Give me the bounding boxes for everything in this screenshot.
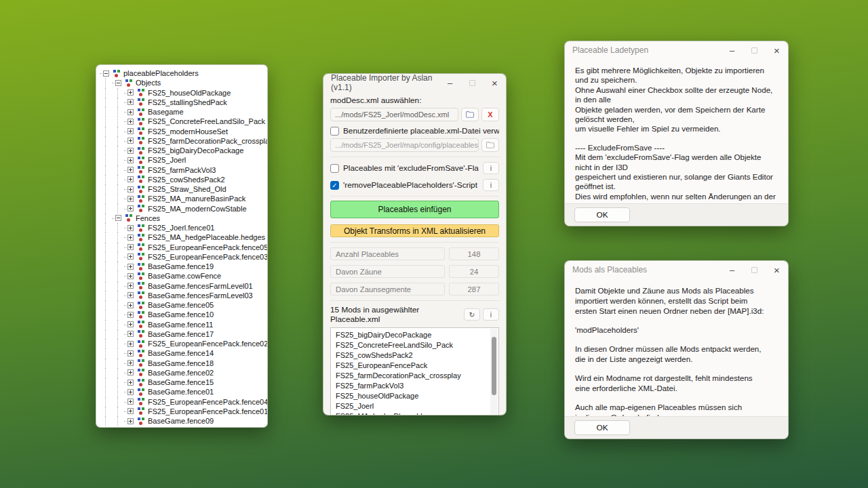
tree-node[interactable]: FS25_farmPackVol3 (100, 165, 264, 175)
expander-icon[interactable] (127, 157, 134, 163)
close-button[interactable]: × (766, 261, 788, 279)
tree-node[interactable]: BaseGame.cowFence (100, 271, 264, 281)
tree-node[interactable]: BaseGame.fence01 (100, 387, 264, 396)
tree-node[interactable]: BaseGame.fence09 (100, 416, 264, 426)
expander-icon[interactable] (127, 99, 134, 105)
expander-icon[interactable] (127, 148, 134, 154)
mod-list-item[interactable]: FS25_houseOldPackage (336, 391, 489, 401)
tree-node[interactable]: BaseGame.fencesFarmLevel01 (100, 281, 264, 291)
close-button[interactable]: × (766, 41, 788, 59)
expander-icon[interactable] (127, 321, 134, 327)
mods-listbox[interactable]: FS25_bigDairyDecoPackageFS25_ConcreteFre… (330, 327, 499, 415)
custom-xml-checkbox[interactable]: ✓ (330, 127, 339, 136)
info-exclude-button[interactable]: i (483, 162, 499, 174)
mod-list-item[interactable]: FS25_ConcreteFreeLandSilo_Pack (336, 340, 489, 350)
remove-placeholders-checkbox[interactable]: ✓ (330, 181, 339, 190)
tree-node[interactable]: FS25_houseOldPackage (100, 88, 264, 98)
expander-icon[interactable] (127, 399, 134, 405)
mod-list-item[interactable]: FS25_farmDecorationPack_crossplay (336, 371, 489, 381)
expander-icon[interactable] (127, 196, 134, 202)
minimize-button[interactable]: – (439, 74, 461, 92)
expander-icon[interactable] (127, 418, 134, 424)
tree-node[interactable]: BaseGame.fence14 (100, 348, 264, 358)
browse-custom-xml-button[interactable] (481, 138, 499, 152)
title-bar[interactable]: Placeable Ladetypen – × (565, 41, 788, 59)
tree-node[interactable]: FS25_Joerl.fence01 (100, 223, 264, 232)
tree-node[interactable]: FS25_stallingShedPack (100, 98, 264, 107)
expander-icon[interactable] (103, 70, 109, 77)
tree-node[interactable]: FS25_cowShedsPack2 (100, 175, 264, 184)
tree-node[interactable]: BaseGame.fence02 (100, 368, 264, 378)
expander-icon[interactable] (127, 205, 134, 211)
minimize-button[interactable]: – (721, 41, 743, 59)
expander-icon[interactable] (127, 341, 134, 347)
tree-node[interactable]: BaseGame.fence11 (100, 320, 264, 329)
mod-list-item[interactable]: FS25_MA_hedgePlaceable (336, 411, 489, 415)
mod-list-item[interactable]: FS25_farmPackVol3 (336, 381, 489, 391)
expander-icon[interactable] (127, 225, 134, 231)
expander-icon[interactable] (115, 80, 121, 86)
tree-node[interactable]: placeablePlaceholders (100, 68, 264, 78)
expander-icon[interactable] (127, 369, 134, 375)
tree-node[interactable]: FS25_EuropeanFencePack.fence02 (100, 339, 264, 348)
expander-icon[interactable] (127, 389, 134, 395)
tree-node[interactable]: Basegame (100, 107, 264, 117)
tree-node[interactable]: FS25_EuropeanFencePack.fence03 (100, 252, 264, 262)
exclude-from-save-checkbox[interactable]: ✓ (330, 164, 339, 173)
tree-node[interactable]: FS25_MA_manureBasinPack (100, 194, 264, 203)
ok-button[interactable]: OK (574, 420, 630, 435)
tree-node[interactable]: FS25_EuropeanFencePack.fence01 (100, 407, 264, 416)
expander-icon[interactable] (127, 273, 134, 279)
tree-node[interactable]: FS25_Straw_Shed_Old (100, 184, 264, 194)
expander-icon[interactable] (127, 302, 134, 308)
expander-icon[interactable] (127, 292, 134, 298)
expander-icon[interactable] (127, 408, 134, 414)
scrollbar[interactable] (490, 329, 498, 415)
tree-node[interactable]: FS25_farmDecorationPack_crossplay (100, 136, 264, 146)
maximize-button[interactable] (743, 41, 766, 59)
tree-node[interactable]: FS25_EuropeanFencePack.fence04 (100, 397, 264, 407)
mod-list-item[interactable]: FS25_bigDairyDecoPackage (336, 330, 489, 340)
mod-list-item[interactable]: FS25_cowShedsPack2 (336, 350, 489, 361)
expander-icon[interactable] (127, 264, 134, 270)
scrollbar-thumb[interactable] (492, 337, 496, 395)
minimize-button[interactable]: – (721, 261, 743, 279)
tree-node[interactable]: BaseGame.fence15 (100, 378, 264, 387)
title-bar[interactable]: Placeable Importer by Aslan (v1.1) – × (323, 74, 506, 92)
expander-icon[interactable] (115, 215, 121, 221)
tree-node[interactable]: FS25_bigDairyDecoPackage (100, 146, 264, 155)
title-bar[interactable]: Mods als Placeables – × (565, 261, 788, 279)
clear-moddesc-button[interactable]: X (481, 108, 499, 121)
tree-node[interactable]: FS25_Joerl (100, 155, 264, 165)
tree-node[interactable]: FS25_MA_modernCowStable (100, 204, 264, 214)
insert-placeables-button[interactable]: Placeables einfügen (330, 201, 499, 218)
tree-node[interactable]: BaseGame.fence10 (100, 310, 264, 319)
info-mods-button[interactable]: i (483, 308, 499, 321)
tree-node[interactable]: BaseGame.fence17 (100, 329, 264, 339)
info-remove-button[interactable]: i (483, 179, 499, 191)
tree-node[interactable]: FS25_MA_hedgePlaceable.hedges (100, 232, 264, 242)
expander-icon[interactable] (127, 283, 134, 289)
moddesc-path-field[interactable]: .../mods/FS25_Joerl/modDesc.xml (330, 108, 458, 121)
expander-icon[interactable] (127, 176, 134, 182)
ok-button[interactable]: OK (574, 207, 630, 222)
tree-node[interactable]: BaseGame.fence18 (100, 359, 264, 368)
expander-icon[interactable] (127, 380, 134, 386)
tree-node[interactable]: FS25_EuropeanFencePack.fence05 (100, 243, 264, 252)
expander-icon[interactable] (127, 312, 134, 318)
tree-node[interactable]: Objects (100, 78, 264, 87)
browse-moddesc-button[interactable] (461, 108, 479, 121)
expander-icon[interactable] (127, 186, 134, 192)
update-transforms-button[interactable]: Objekt Transforms in XML aktualisieren (330, 224, 499, 237)
tree-node[interactable]: FS25_modernHouseSet (100, 127, 264, 136)
expander-icon[interactable] (127, 235, 134, 241)
expander-icon[interactable] (127, 138, 134, 144)
expander-icon[interactable] (127, 89, 134, 96)
expander-icon[interactable] (127, 360, 134, 366)
expander-icon[interactable] (127, 244, 134, 250)
tree-node[interactable]: BaseGame.fencesFarmLevel03 (100, 291, 264, 300)
tree-node[interactable]: BaseGame.fence19 (100, 262, 264, 271)
expander-icon[interactable] (127, 350, 134, 357)
tree-node[interactable]: FS25_ConcreteFreeLandSilo_Pack (100, 117, 264, 126)
close-button[interactable]: × (484, 74, 506, 92)
